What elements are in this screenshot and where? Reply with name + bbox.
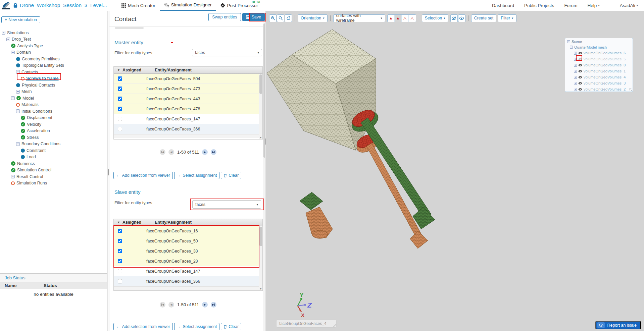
table-row[interactable]: faceGroupOnGeoFaces_478: [114, 104, 262, 114]
collapse-icon[interactable]: −: [11, 96, 15, 100]
refresh-button[interactable]: [285, 14, 292, 22]
select-assignment-button[interactable]: →Select assignment: [174, 172, 220, 179]
tree-item-load[interactable]: Load: [0, 154, 107, 161]
scene-volume-item[interactable]: +volumeOnGeoVolumes_1: [566, 68, 631, 74]
assigned-checkbox[interactable]: [118, 249, 122, 253]
scrollbar-thumb[interactable]: [259, 74, 262, 94]
assigned-checkbox[interactable]: [118, 127, 122, 131]
table-row[interactable]: faceGroupOnGeoFaces_366: [114, 276, 262, 286]
expand-icon[interactable]: +: [574, 58, 577, 61]
resize-handle-icon[interactable]: [629, 88, 632, 91]
assigned-checkbox[interactable]: [118, 279, 122, 283]
add-selection-button[interactable]: ←Add selection from viewer: [113, 172, 173, 179]
assigned-checkbox[interactable]: [118, 107, 122, 111]
eye-icon[interactable]: [578, 58, 582, 61]
add-selection-button[interactable]: ←Add selection from viewer: [113, 323, 173, 330]
sort-icon[interactable]: ▼: [117, 68, 120, 72]
mesh-quality-toggle-1[interactable]: ▲: [388, 15, 395, 22]
tree-item-displacement[interactable]: ✓Displacement: [0, 115, 107, 121]
link-public-projects[interactable]: Public Projects: [524, 3, 554, 8]
swap-entities-button[interactable]: Swap entities: [208, 13, 241, 21]
scene-mesh-item[interactable]: −QuarterModel mesh: [566, 44, 631, 50]
scene-volume-item-hidden[interactable]: +volumeOnGeoVolumes_5: [566, 56, 631, 62]
collapse-icon[interactable]: −: [16, 142, 20, 146]
expand-icon[interactable]: +: [574, 64, 577, 67]
filter-button[interactable]: Filter▾: [498, 14, 516, 22]
table-row[interactable]: faceGroupOnGeoFaces_366: [114, 124, 262, 134]
tree-item-screws-to-frame[interactable]: Screws to frame: [0, 75, 107, 82]
assigned-checkbox[interactable]: [118, 239, 122, 243]
assigned-checkbox[interactable]: [118, 259, 122, 263]
new-simulation-button[interactable]: + New simulation: [1, 16, 40, 23]
eye-icon[interactable]: [578, 88, 582, 91]
assigned-checkbox[interactable]: [118, 87, 122, 91]
render-mode-select[interactable]: surfaces with wireframe▾: [333, 14, 385, 22]
clear-button[interactable]: Clear: [221, 323, 241, 330]
expand-icon[interactable]: +: [574, 70, 577, 73]
scene-volume-item[interactable]: +volumeOnGeoVolumes_4: [566, 74, 631, 80]
assigned-checkbox[interactable]: [118, 76, 122, 81]
tree-item-boundary-conditions[interactable]: −Boundary Conditions: [0, 141, 107, 148]
tree-item-topological-entity-sets[interactable]: Topological Entity Sets: [0, 62, 107, 69]
assigned-checkbox[interactable]: [118, 269, 122, 273]
table-row[interactable]: faceGroupOnGeoFaces_473: [114, 84, 262, 94]
tree-item-drop-test[interactable]: −Drop_Test: [0, 36, 107, 43]
expand-icon[interactable]: +: [16, 90, 20, 94]
collapse-icon[interactable]: −: [16, 70, 20, 74]
next-page-button[interactable]: ▶: [202, 149, 208, 155]
collapse-icon[interactable]: −: [16, 109, 20, 113]
create-set-button[interactable]: Create set: [471, 14, 497, 22]
expand-icon[interactable]: +: [574, 82, 577, 85]
next-page-button[interactable]: ▶: [202, 302, 208, 308]
table-row[interactable]: faceGroupOnGeoFaces_16: [114, 226, 262, 236]
zoom-in-button[interactable]: [269, 14, 277, 22]
mesh-quality-toggle-3[interactable]: △: [402, 15, 409, 22]
tree-item-velocity[interactable]: ✓Velocity: [0, 121, 107, 128]
tree-item-contacts[interactable]: −Contacts: [0, 69, 107, 75]
collapse-icon[interactable]: −: [570, 46, 573, 49]
hide-selected-button[interactable]: [450, 14, 458, 22]
mesh-quality-toggle-2[interactable]: ▲: [395, 15, 402, 22]
help-menu[interactable]: Help▾: [587, 3, 599, 8]
tree-item-stress[interactable]: ✓Stress: [0, 134, 107, 141]
scroll-down-icon[interactable]: ▼: [259, 136, 262, 139]
simscale-logo[interactable]: [1, 1, 10, 10]
scroll-down-icon[interactable]: ▼: [259, 287, 262, 290]
scene-root-item[interactable]: −Scene: [566, 39, 631, 44]
tree-item-materials[interactable]: Materials: [0, 102, 107, 108]
tab-simulation-designer[interactable]: Simulation Designer: [160, 0, 216, 11]
eye-icon[interactable]: [578, 52, 582, 55]
eye-icon[interactable]: [578, 76, 582, 79]
scene-volume-item[interactable]: +volumeOnGeoVolumes_0: [566, 62, 631, 68]
tab-mesh-creator[interactable]: Mesh Creator: [117, 0, 160, 11]
link-dashboard[interactable]: Dashboard: [492, 3, 514, 8]
expand-icon[interactable]: +: [574, 52, 577, 55]
tree-item-geometry-primitives[interactable]: Geometry Primitives: [0, 56, 107, 62]
select-assignment-button[interactable]: →Select assignment: [174, 323, 220, 330]
clear-button[interactable]: Clear: [221, 172, 241, 179]
table-row[interactable]: faceGroupOnGeoFaces_50: [114, 236, 262, 246]
first-page-button[interactable]: ◀: [160, 149, 165, 155]
tab-post-processor[interactable]: BETA Post-Processor: [216, 0, 262, 11]
collapse-icon[interactable]: −: [11, 51, 15, 54]
master-entity-type-select[interactable]: faces▾: [192, 49, 262, 56]
table-row[interactable]: faceGroupOnGeoFaces_38: [114, 246, 262, 256]
slave-entity-type-select[interactable]: faces▾: [192, 200, 261, 209]
prev-page-button[interactable]: ◀: [168, 302, 174, 308]
selection-button[interactable]: Selection▾: [422, 14, 448, 22]
tree-item-model[interactable]: −✓Model: [0, 95, 107, 102]
assigned-checkbox[interactable]: [118, 97, 122, 101]
tree-item-physical-contacts[interactable]: Physical Contacts: [0, 82, 107, 89]
tree-item-simulation-control[interactable]: ✓Simulation Control: [0, 167, 107, 174]
hammer-mesh-model[interactable]: [267, 30, 435, 249]
scene-volume-item[interactable]: +volumeOnGeoVolumes_6: [566, 50, 631, 56]
last-page-button[interactable]: ▶: [211, 149, 216, 155]
tree-item-simulations[interactable]: −Simulations: [0, 30, 107, 36]
eye-icon[interactable]: [578, 82, 582, 85]
table-scrollbar[interactable]: ▼: [259, 226, 262, 290]
tree-item-mesh[interactable]: +Mesh: [0, 89, 107, 95]
eye-icon[interactable]: [578, 70, 582, 73]
save-button[interactable]: Save: [242, 13, 265, 21]
table-row[interactable]: faceGroupOnGeoFaces_443: [114, 94, 262, 104]
expand-icon[interactable]: +: [574, 76, 577, 79]
